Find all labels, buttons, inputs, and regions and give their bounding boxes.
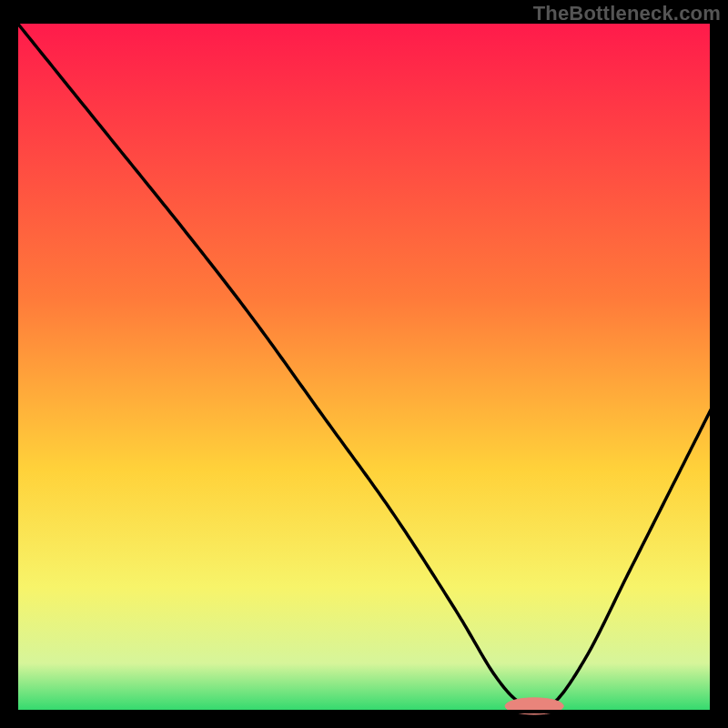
plot-background (16, 22, 712, 712)
watermark-text: TheBottleneck.com (533, 2, 721, 25)
chart-svg (0, 0, 728, 728)
chart-container: { "watermark": "TheBottleneck.com", "col… (0, 0, 728, 728)
